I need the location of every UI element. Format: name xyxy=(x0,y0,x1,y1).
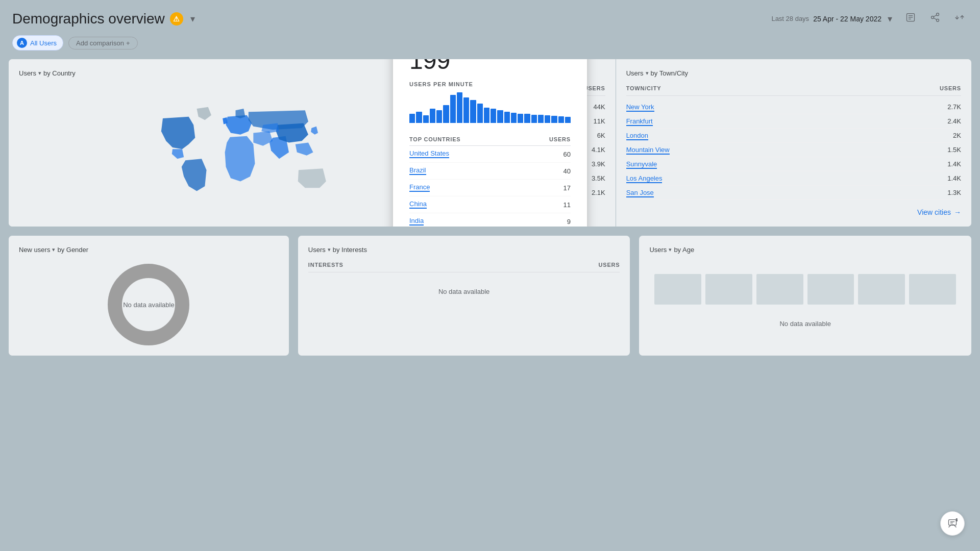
rt-country-name[interactable]: United States xyxy=(409,149,449,159)
city-name[interactable]: Frankfurt xyxy=(626,117,653,125)
interests-table-header: INTERESTS USERS xyxy=(308,262,620,272)
age-group-18-24 xyxy=(654,274,701,305)
compare-button[interactable] xyxy=(951,9,968,28)
city-name[interactable]: New York xyxy=(626,103,654,111)
gender-donut-container: No data available xyxy=(19,264,279,345)
table-row: China11 xyxy=(409,196,571,213)
bottom-row: New users ▾ by Gender No data available … xyxy=(8,235,972,356)
header-left: Demographics overview ⚠ ▾ xyxy=(12,11,197,27)
share-button[interactable] xyxy=(927,9,943,28)
segment-row: A All Users Add comparison + xyxy=(0,33,980,59)
age-no-data: No data available xyxy=(649,305,961,343)
table-row: United States60 xyxy=(409,146,571,163)
interests-card: Users ▾ by Interests INTERESTS USERS No … xyxy=(298,235,631,356)
table-row: London2K xyxy=(626,129,961,143)
bar xyxy=(497,110,503,123)
city-name[interactable]: San Jose xyxy=(626,189,654,196)
bar xyxy=(531,115,537,123)
bar xyxy=(504,112,510,123)
country-users: 4.1K xyxy=(592,146,605,154)
age-group-25-34 xyxy=(705,274,752,305)
main-content: Users ▾ by Country xyxy=(0,59,980,356)
city-users: 2.4K xyxy=(947,117,961,125)
header: Demographics overview ⚠ ▾ Last 28 days 2… xyxy=(0,0,980,33)
age-card-title: Users ▾ by Age xyxy=(649,246,961,254)
svg-point-5 xyxy=(932,16,934,19)
city-name[interactable]: Sunnyvale xyxy=(626,160,657,168)
city-name[interactable]: Los Angeles xyxy=(626,174,663,182)
rt-country-name[interactable]: China xyxy=(409,200,427,209)
city-rows: New York2.7KFrankfurt2.4KLondon2KMountai… xyxy=(626,100,961,200)
chevron-down-icon[interactable]: ▾ xyxy=(38,70,41,77)
bar xyxy=(416,112,422,123)
save-report-button[interactable] xyxy=(902,9,919,28)
svg-line-7 xyxy=(934,18,937,19)
gender-no-data: No data available xyxy=(123,301,174,309)
bar xyxy=(558,116,564,123)
bar xyxy=(538,115,544,123)
realtime-number: 199 xyxy=(409,59,571,73)
rt-users: 40 xyxy=(564,167,571,175)
avatar: A xyxy=(17,38,27,48)
city-users: 2.7K xyxy=(947,103,961,111)
rt-users: 17 xyxy=(564,184,571,192)
city-name[interactable]: Mountain View xyxy=(626,146,670,154)
bar xyxy=(484,108,489,123)
country-users: 11K xyxy=(594,117,605,125)
gender-donut: No data available xyxy=(108,264,189,345)
city-table-header: TOWN/CITY USERS xyxy=(626,85,961,96)
bar xyxy=(409,114,415,123)
svg-point-4 xyxy=(937,13,939,16)
rt-country-name[interactable]: France xyxy=(409,183,430,192)
rt-country-name[interactable]: India xyxy=(409,217,424,226)
bar xyxy=(565,117,571,123)
date-range-prefix: Last 28 days xyxy=(771,15,809,22)
all-users-segment[interactable]: A All Users xyxy=(12,35,63,51)
bar xyxy=(524,114,530,123)
users-per-min-label: USERS PER MINUTE xyxy=(409,81,571,87)
add-comparison-button[interactable]: Add comparison + xyxy=(68,37,138,49)
chevron-down-icon[interactable]: ▾ xyxy=(669,246,672,253)
rt-country-name[interactable]: Brazil xyxy=(409,166,426,176)
city-card-title: Users ▾ by Town/City xyxy=(626,69,961,77)
date-range-dropdown[interactable]: ▾ xyxy=(886,11,894,27)
country-users: 3.5K xyxy=(592,174,605,182)
country-users: 3.9K xyxy=(592,160,605,168)
view-cities-link[interactable]: View cities → xyxy=(917,208,961,216)
users-per-minute-chart xyxy=(409,92,571,123)
bar xyxy=(423,115,429,123)
city-users-col-header: USERS xyxy=(940,85,961,91)
bar xyxy=(518,114,523,123)
rt-users: 60 xyxy=(564,151,571,158)
realtime-overlay: USERS IN LAST 30 MINUTES 199 USERS PER M… xyxy=(393,59,587,227)
title-dropdown-button[interactable]: ▾ xyxy=(188,11,197,27)
chevron-down-icon[interactable]: ▾ xyxy=(646,70,649,77)
gender-card-title: New users ▾ by Gender xyxy=(19,246,279,254)
chevron-down-icon[interactable]: ▾ xyxy=(52,246,55,253)
country-users: 6K xyxy=(597,132,605,139)
bar xyxy=(450,95,456,123)
realtime-rows: United States60Brazil40France17China11In… xyxy=(409,146,571,227)
table-row: Frankfurt2.4K xyxy=(626,114,961,129)
users-col-header: USERS xyxy=(584,85,605,91)
age-group-45-54 xyxy=(807,274,854,305)
age-card: Users ▾ by Age No data available xyxy=(639,235,972,356)
city-name[interactable]: London xyxy=(626,132,648,139)
feedback-button[interactable]: 1 xyxy=(940,511,965,536)
city-users: 2K xyxy=(953,132,961,139)
bar xyxy=(430,109,435,123)
table-row: New York2.7K xyxy=(626,100,961,114)
top-row: Users ▾ by Country xyxy=(8,59,972,227)
table-row: Los Angeles1.4K xyxy=(626,171,961,186)
date-range-value: 25 Apr - 22 May 2022 xyxy=(813,15,881,23)
svg-rect-11 xyxy=(949,520,957,525)
table-row: San Jose1.3K xyxy=(626,186,961,200)
bar xyxy=(545,115,550,123)
svg-point-6 xyxy=(937,19,939,21)
age-group-65plus xyxy=(909,274,956,305)
gender-card: New users ▾ by Gender No data available xyxy=(8,235,289,356)
bar xyxy=(443,105,449,123)
bar xyxy=(511,113,517,123)
chevron-down-icon[interactable]: ▾ xyxy=(328,246,331,253)
rt-table-header: TOP COUNTRIES USERS xyxy=(409,133,571,146)
